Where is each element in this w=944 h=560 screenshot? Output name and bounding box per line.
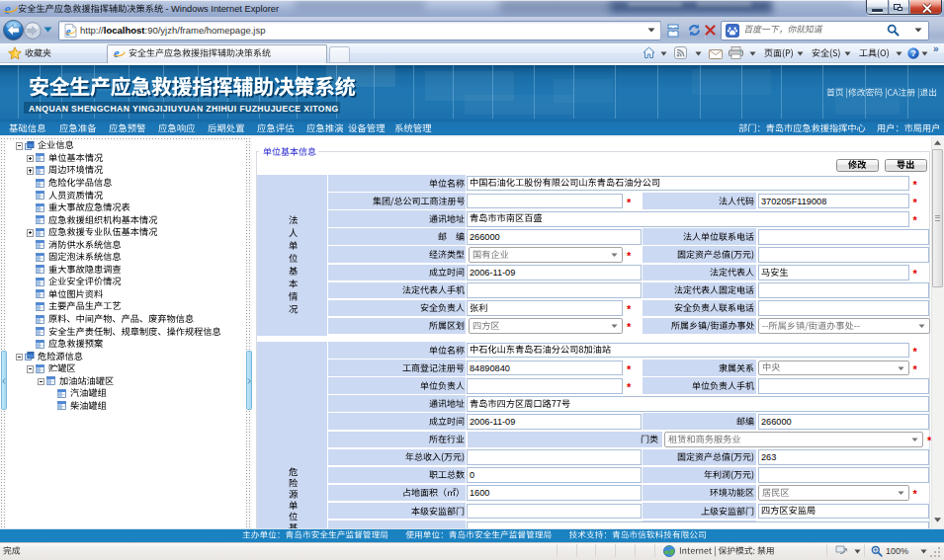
svg-text:e: e [4,1,11,17]
svg-text:e: e [66,25,71,37]
svg-text:e: e [114,46,120,60]
svg-text:?: ? [910,48,916,58]
